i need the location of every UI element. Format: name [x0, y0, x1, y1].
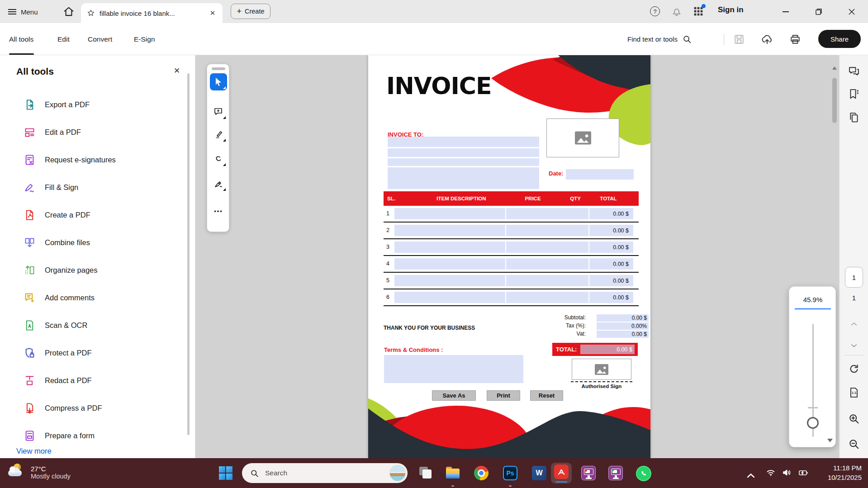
tray-expand-button[interactable]: [745, 470, 756, 488]
chrome-button[interactable]: [474, 466, 489, 480]
tool-item-edit-a-pdf[interactable]: Edit a PDF: [0, 118, 195, 146]
minimize-button[interactable]: [775, 0, 796, 23]
search-highlight-image[interactable]: [389, 465, 406, 481]
row-total-field[interactable]: 0.00 $: [589, 275, 633, 286]
terms-textarea[interactable]: [384, 355, 523, 383]
tab-edit[interactable]: Edit: [57, 23, 70, 55]
tool-item-protect-a-pdf[interactable]: Protect a PDF: [0, 339, 195, 367]
print-button[interactable]: [789, 33, 802, 46]
draw-tool-button[interactable]: [210, 150, 227, 167]
create-tab-button[interactable]: + Create: [231, 4, 270, 19]
tool-item-redact-a-pdf[interactable]: Redact a PDF: [0, 367, 195, 394]
screen-recorder-button[interactable]: [581, 466, 596, 480]
volume-button[interactable]: [782, 467, 792, 488]
authorised-sign-box[interactable]: [572, 359, 631, 380]
upload-cloud-button[interactable]: [761, 33, 773, 46]
reset-button[interactable]: Reset: [530, 390, 563, 401]
tool-item-add-comments[interactable]: Add comments: [0, 284, 195, 312]
view-more-link[interactable]: View more: [16, 447, 52, 455]
actual-size-button[interactable]: 1:1: [848, 386, 860, 399]
page-thumbnails-button[interactable]: [848, 111, 860, 124]
total-field[interactable]: 0.00 $: [580, 345, 635, 354]
item-description-field[interactable]: [394, 208, 505, 219]
weather-widget[interactable]: 27°C Mostly cloudy: [7, 463, 71, 482]
price-qty-field[interactable]: [506, 242, 588, 253]
zoom-value[interactable]: 45.9%: [789, 296, 836, 303]
star-icon[interactable]: [86, 9, 95, 18]
zoom-out-button[interactable]: [848, 438, 860, 450]
price-qty-field[interactable]: [506, 292, 588, 303]
comments-panel-button[interactable]: [848, 65, 860, 78]
panel-scrollbar[interactable]: [187, 73, 190, 435]
tab-all-tools[interactable]: All tools: [9, 23, 33, 55]
document-tab[interactable]: fillable invoice 16 blank... ✕: [81, 3, 223, 23]
tool-item-request-e-signatures[interactable]: Request e-signatures: [0, 146, 195, 174]
item-description-field[interactable]: [394, 292, 505, 303]
bookmarks-panel-button[interactable]: [848, 88, 860, 100]
previous-page-button[interactable]: [850, 320, 858, 325]
subtotal-field[interactable]: 0.00 $: [597, 314, 649, 322]
price-qty-field[interactable]: [506, 208, 588, 219]
taskbar-search[interactable]: Search: [242, 463, 408, 483]
price-qty-field[interactable]: [506, 258, 588, 270]
item-description-field[interactable]: [394, 225, 505, 236]
start-button[interactable]: [219, 466, 232, 480]
share-button[interactable]: Share: [818, 30, 861, 48]
close-button[interactable]: [841, 0, 862, 23]
rotate-page-button[interactable]: [848, 363, 860, 375]
row-total-field[interactable]: 0.00 $: [589, 225, 633, 236]
save-as-button[interactable]: Save As: [432, 390, 476, 401]
scrollbar-thumb[interactable]: [832, 78, 837, 123]
taskbar-clock[interactable]: 11:18 PM 10/21/2025: [812, 463, 862, 482]
vat-field[interactable]: 0.00 $: [597, 331, 649, 338]
row-total-field[interactable]: 0.00 $: [589, 292, 633, 303]
tax-field[interactable]: 0.00%: [597, 322, 649, 330]
tool-item-scan-ocr[interactable]: Scan & OCR: [0, 312, 195, 339]
word-button[interactable]: W: [532, 466, 546, 480]
row-total-field[interactable]: 0.00 $: [589, 208, 633, 219]
add-comment-tool-button[interactable]: [210, 103, 227, 120]
invoice-to-field-3[interactable]: [388, 158, 539, 166]
date-field[interactable]: [566, 169, 634, 180]
item-description-field[interactable]: [394, 258, 505, 270]
acrobat-button-active[interactable]: [551, 463, 572, 483]
tool-item-prepare-a-form[interactable]: Prepare a form: [0, 422, 195, 450]
logo-placeholder[interactable]: [546, 118, 619, 157]
drag-handle[interactable]: [212, 67, 225, 70]
help-button[interactable]: ?: [649, 5, 661, 18]
item-description-field[interactable]: [394, 275, 505, 286]
restore-button[interactable]: [808, 0, 829, 23]
invoice-to-field-2[interactable]: [388, 148, 539, 157]
current-page-input[interactable]: 1: [845, 267, 863, 288]
price-qty-field[interactable]: [506, 275, 588, 286]
next-page-button[interactable]: [850, 342, 858, 346]
battery-button[interactable]: [798, 467, 809, 488]
zoom-slider-handle[interactable]: [807, 417, 819, 429]
menu-button[interactable]: Menu: [8, 5, 38, 19]
whatsapp-button[interactable]: [636, 466, 650, 480]
panel-close-icon[interactable]: ✕: [171, 65, 183, 77]
sign-tool-button[interactable]: [210, 175, 227, 192]
sign-in-button[interactable]: Sign in: [718, 5, 744, 14]
tool-item-create-a-pdf[interactable]: Create a PDF: [0, 201, 195, 229]
scroll-up-arrow[interactable]: [832, 64, 837, 70]
invoice-to-field-1[interactable]: [388, 137, 539, 147]
home-button[interactable]: [62, 5, 75, 18]
row-total-field[interactable]: 0.00 $: [589, 258, 633, 270]
tab-esign[interactable]: E-Sign: [134, 23, 155, 55]
tool-item-combine-files[interactable]: Combine files: [0, 229, 195, 256]
wifi-button[interactable]: [765, 467, 776, 488]
file-explorer-button[interactable]: [446, 466, 460, 480]
tool-item-organize-pages[interactable]: Organize pages: [0, 256, 195, 284]
save-button[interactable]: [733, 33, 745, 46]
notifications-button[interactable]: [670, 5, 683, 18]
tool-item-export-a-pdf[interactable]: Export a PDF: [0, 91, 195, 118]
select-tool-button[interactable]: [210, 73, 227, 90]
tool-item-compress-a-pdf[interactable]: Compress a PDF: [0, 394, 195, 422]
apps-grid-button[interactable]: [692, 5, 705, 18]
invoice-to-field-4[interactable]: [388, 167, 539, 189]
screen-recorder-play-button[interactable]: [608, 466, 623, 480]
tool-item-fill-sign[interactable]: Fill & Sign: [0, 174, 195, 201]
find-text-or-tools[interactable]: Find text or tools: [627, 23, 692, 55]
photoshop-button[interactable]: Ps: [503, 466, 517, 480]
